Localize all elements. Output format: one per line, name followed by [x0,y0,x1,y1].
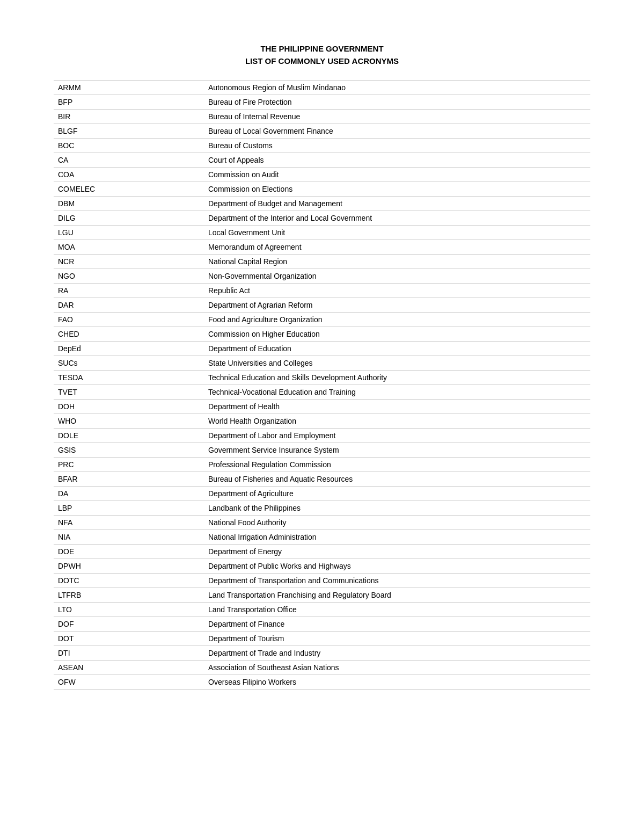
acronym-cell: DOT [54,632,204,646]
acronym-cell: DBM [54,197,204,211]
acronym-cell: DOE [54,545,204,559]
acronym-cell: FAO [54,313,204,327]
table-row: OFWOverseas Filipino Workers [54,675,590,690]
page-title: THE PHILIPPINE GOVERNMENT LIST OF COMMON… [54,43,590,67]
full-name-cell: Landbank of the Philippines [204,501,590,516]
full-name-cell: National Irrigation Administration [204,530,590,545]
full-name-cell: Overseas Filipino Workers [204,675,590,690]
table-row: TESDATechnical Education and Skills Deve… [54,371,590,385]
acronym-cell: DTI [54,646,204,661]
acronym-cell: BOC [54,139,204,153]
table-row: LTFRBLand Transportation Franchising and… [54,588,590,603]
full-name-cell: National Food Authority [204,516,590,530]
table-row: WHOWorld Health Organization [54,414,590,429]
acronym-cell: ARMM [54,81,204,95]
full-name-cell: Department of Budget and Management [204,197,590,211]
table-row: DOEDepartment of Energy [54,545,590,559]
acronym-cell: DOF [54,617,204,632]
table-row: LGULocal Government Unit [54,226,590,240]
table-row: DADepartment of Agriculture [54,487,590,501]
acronym-cell: NIA [54,530,204,545]
acronym-cell: DOH [54,400,204,414]
full-name-cell: Department of Energy [204,545,590,559]
table-row: MOAMemorandum of Agreement [54,240,590,255]
table-row: RARepublic Act [54,284,590,298]
table-row: LBPLandbank of the Philippines [54,501,590,516]
table-row: BFARBureau of Fisheries and Aquatic Reso… [54,472,590,487]
table-row: ASEANAssociation of Southeast Asian Nati… [54,661,590,675]
acronym-cell: DOLE [54,429,204,443]
full-name-cell: Department of Agriculture [204,487,590,501]
table-row: COMELECCommission on Elections [54,182,590,197]
table-row: ARMMAutonomous Region of Muslim Mindanao [54,81,590,95]
acronym-cell: NGO [54,269,204,284]
acronym-cell: DPWH [54,559,204,574]
full-name-cell: Bureau of Local Government Finance [204,124,590,139]
full-name-cell: Department of Labor and Employment [204,429,590,443]
table-row: LTOLand Transportation Office [54,603,590,617]
table-row: CACourt of Appeals [54,153,590,168]
table-row: DARDepartment of Agrarian Reform [54,298,590,313]
acronym-cell: DILG [54,211,204,226]
table-row: DBMDepartment of Budget and Management [54,197,590,211]
full-name-cell: Department of Education [204,342,590,356]
full-name-cell: Department of Transportation and Communi… [204,574,590,588]
full-name-cell: State Universities and Colleges [204,356,590,371]
full-name-cell: World Health Organization [204,414,590,429]
full-name-cell: Department of Finance [204,617,590,632]
acronym-cell: DAR [54,298,204,313]
full-name-cell: Bureau of Fire Protection [204,95,590,110]
table-row: GSISGovernment Service Insurance System [54,443,590,458]
full-name-cell: Commission on Elections [204,182,590,197]
acronym-cell: MOA [54,240,204,255]
full-name-cell: Commission on Audit [204,168,590,182]
table-row: NFANational Food Authority [54,516,590,530]
acronym-cell: BFP [54,95,204,110]
acronym-cell: NCR [54,255,204,269]
acronym-cell: SUCs [54,356,204,371]
acronym-cell: PRC [54,458,204,472]
table-row: DOHDepartment of Health [54,400,590,414]
acronym-cell: NFA [54,516,204,530]
full-name-cell: Bureau of Customs [204,139,590,153]
full-name-cell: Department of the Interior and Local Gov… [204,211,590,226]
acronym-cell: COA [54,168,204,182]
table-row: CHEDCommission on Higher Education [54,327,590,342]
acronym-cell: TESDA [54,371,204,385]
full-name-cell: Association of Southeast Asian Nations [204,661,590,675]
table-row: PRCProfessional Regulation Commission [54,458,590,472]
acronym-cell: GSIS [54,443,204,458]
acronym-cell: WHO [54,414,204,429]
acronym-cell: LGU [54,226,204,240]
table-row: DOLEDepartment of Labor and Employment [54,429,590,443]
full-name-cell: Bureau of Fisheries and Aquatic Resource… [204,472,590,487]
full-name-cell: Local Government Unit [204,226,590,240]
acronym-cell: TVET [54,385,204,400]
full-name-cell: National Capital Region [204,255,590,269]
full-name-cell: Non-Governmental Organization [204,269,590,284]
full-name-cell: Memorandum of Agreement [204,240,590,255]
acronym-cell: BFAR [54,472,204,487]
table-row: TVETTechnical-Vocational Education and T… [54,385,590,400]
table-row: DOTCDepartment of Transportation and Com… [54,574,590,588]
table-row: BFPBureau of Fire Protection [54,95,590,110]
acronym-cell: OFW [54,675,204,690]
table-row: DOTDepartment of Tourism [54,632,590,646]
table-row: SUCsState Universities and Colleges [54,356,590,371]
table-row: DILGDepartment of the Interior and Local… [54,211,590,226]
full-name-cell: Technical-Vocational Education and Train… [204,385,590,400]
acronyms-table: ARMMAutonomous Region of Muslim Mindanao… [54,80,590,690]
table-row: NGONon-Governmental Organization [54,269,590,284]
full-name-cell: Republic Act [204,284,590,298]
acronym-cell: ASEAN [54,661,204,675]
acronym-cell: LTFRB [54,588,204,603]
acronym-cell: DepEd [54,342,204,356]
acronym-cell: LBP [54,501,204,516]
full-name-cell: Land Transportation Office [204,603,590,617]
table-row: NIANational Irrigation Administration [54,530,590,545]
full-name-cell: Autonomous Region of Muslim Mindanao [204,81,590,95]
table-row: BLGFBureau of Local Government Finance [54,124,590,139]
acronym-cell: DOTC [54,574,204,588]
table-row: DTIDepartment of Trade and Industry [54,646,590,661]
table-row: FAOFood and Agriculture Organization [54,313,590,327]
